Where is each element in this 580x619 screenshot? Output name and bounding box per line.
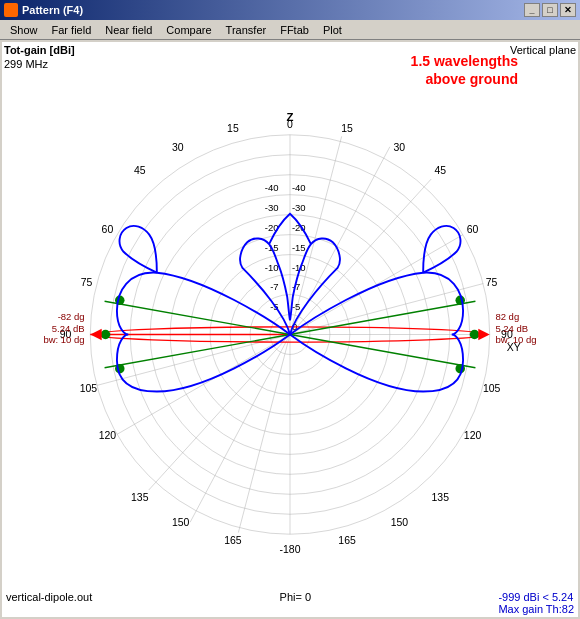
annotation-line1: 1.5 wavelengths: [411, 53, 518, 69]
svg-text:105: 105: [80, 383, 98, 394]
svg-point-72: [470, 330, 480, 340]
title-bar-left: Pattern (F4): [4, 3, 83, 17]
polar-chart: 0 15 30 45 60 75 90 105 120 135 150 165 …: [12, 92, 568, 577]
frequency-label: 299 MHz: [4, 58, 48, 70]
svg-text:120: 120: [464, 430, 482, 441]
svg-text:135: 135: [131, 492, 149, 503]
svg-text:75: 75: [81, 277, 93, 288]
svg-text:15: 15: [227, 123, 239, 134]
file-label: vertical-dipole.out: [6, 591, 92, 615]
svg-text:105: 105: [483, 383, 501, 394]
svg-text:82 dg: 82 dg: [495, 311, 519, 322]
phi-label: Phi= 0: [280, 591, 312, 615]
minimize-button[interactable]: _: [524, 3, 540, 17]
svg-text:-40: -40: [265, 182, 279, 193]
menu-far-field[interactable]: Far field: [46, 22, 98, 38]
gain-range: -999 dBi < 5.24: [498, 591, 573, 603]
svg-text:-180: -180: [280, 544, 301, 555]
svg-text:-30: -30: [292, 202, 306, 213]
annotation-line2: above ground: [425, 71, 518, 87]
content-area: Tot-gain [dBi] 299 MHz Vertical plane 1.…: [2, 42, 578, 617]
svg-text:bw: 10 dg: bw: 10 dg: [495, 334, 536, 345]
svg-text:-40: -40: [292, 182, 306, 193]
svg-text:5.24 dB: 5.24 dB: [52, 323, 85, 334]
svg-text:-82 dg: -82 dg: [58, 311, 85, 322]
gain-range-label: -999 dBi < 5.24 Max gain Th:82: [498, 591, 574, 615]
vertical-plane-label: Vertical plane: [510, 44, 576, 56]
svg-text:Z: Z: [287, 111, 294, 123]
svg-text:-10: -10: [265, 262, 279, 273]
menu-near-field[interactable]: Near field: [99, 22, 158, 38]
bottom-bar: vertical-dipole.out Phi= 0 -999 dBi < 5.…: [6, 591, 574, 615]
svg-text:-7: -7: [270, 281, 278, 292]
svg-text:165: 165: [338, 535, 356, 546]
menu-plot[interactable]: Plot: [317, 22, 348, 38]
svg-text:-15: -15: [292, 242, 306, 253]
close-button[interactable]: ✕: [560, 3, 576, 17]
svg-text:150: 150: [172, 517, 190, 528]
svg-text:15: 15: [341, 123, 353, 134]
svg-text:-5: -5: [292, 301, 300, 312]
annotation-text: 1.5 wavelengths above ground: [411, 52, 518, 88]
svg-text:165: 165: [224, 535, 242, 546]
title-bar: Pattern (F4) _ □ ✕: [0, 0, 580, 20]
menu-bar: Show Far field Near field Compare Transf…: [0, 20, 580, 40]
svg-text:-30: -30: [265, 202, 279, 213]
svg-text:bw: 10 dg: bw: 10 dg: [43, 334, 84, 345]
svg-text:30: 30: [172, 142, 184, 153]
menu-transfer[interactable]: Transfer: [220, 22, 273, 38]
svg-text:135: 135: [432, 492, 450, 503]
gain-label: Tot-gain [dBi]: [4, 44, 75, 56]
svg-text:120: 120: [99, 430, 117, 441]
svg-text:5.24 dB: 5.24 dB: [495, 323, 528, 334]
maximize-button[interactable]: □: [542, 3, 558, 17]
svg-point-69: [101, 330, 111, 340]
svg-text:30: 30: [394, 142, 406, 153]
window-title: Pattern (F4): [22, 4, 83, 16]
svg-text:150: 150: [391, 517, 409, 528]
app-icon: [4, 3, 18, 17]
svg-text:45: 45: [134, 165, 146, 176]
menu-fftab[interactable]: FFtab: [274, 22, 315, 38]
svg-text:60: 60: [102, 224, 114, 235]
title-bar-controls[interactable]: _ □ ✕: [524, 3, 576, 17]
menu-compare[interactable]: Compare: [160, 22, 217, 38]
svg-text:45: 45: [434, 165, 446, 176]
svg-text:75: 75: [486, 277, 498, 288]
max-gain: Max gain Th:82: [498, 603, 574, 615]
menu-show[interactable]: Show: [4, 22, 44, 38]
chart-container: 0 15 30 45 60 75 90 105 120 135 150 165 …: [12, 92, 568, 577]
svg-text:60: 60: [467, 224, 479, 235]
